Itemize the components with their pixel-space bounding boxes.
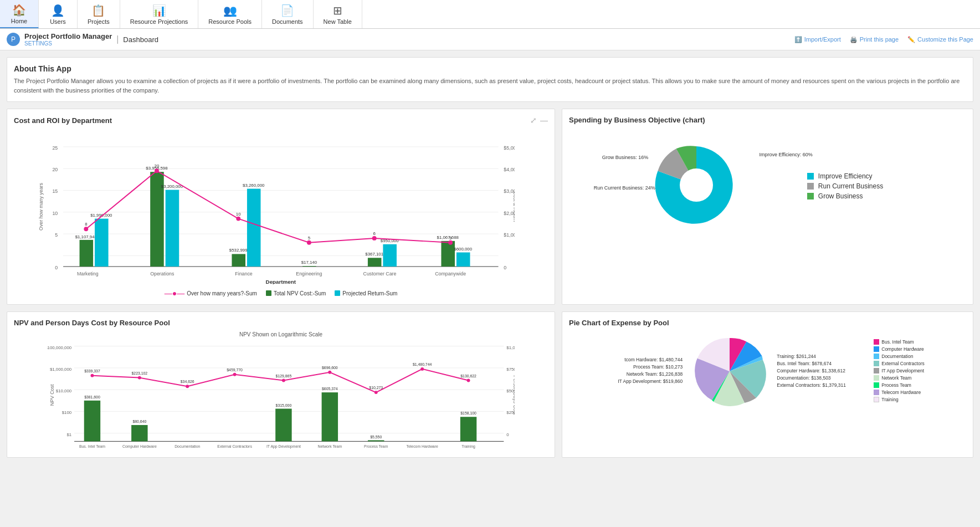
svg-point-47 (84, 227, 88, 231)
svg-rect-42 (441, 241, 455, 267)
svg-rect-21 (95, 219, 109, 267)
breadcrumb-separator: | (116, 34, 119, 44)
svg-point-100 (91, 374, 94, 377)
svg-point-101 (138, 376, 141, 380)
svg-point-107 (420, 367, 424, 371)
svg-text:Department: Department (266, 279, 296, 284)
svg-point-62 (680, 168, 713, 202)
svg-text:IT App Development: IT App Development (266, 444, 301, 449)
improve-efficiency-label: Improve Efficiency: 60% (759, 152, 812, 157)
pie-left-labels: tcom Hardware: $1,480,744 Process Team: … (610, 357, 683, 386)
svg-rect-19 (80, 240, 94, 267)
customize-icon: ✏️ (907, 36, 915, 43)
settings-link[interactable]: SETTINGS (24, 40, 112, 47)
pie-expense-chart: Pie Chart of Expense by Pool tcom Hardwa… (562, 311, 973, 458)
svg-text:$223,102: $223,102 (132, 371, 148, 375)
svg-rect-37 (368, 258, 382, 267)
svg-text:$1,480,744: $1,480,744 (413, 362, 432, 366)
svg-text:$10,273: $10,273 (369, 386, 383, 390)
svg-text:5: 5 (308, 236, 311, 241)
nav-resource-projections[interactable]: 📊 Resource Projections (120, 0, 199, 28)
chart-actions: ⤢ — (530, 116, 548, 125)
svg-text:$696,600: $696,600 (322, 366, 338, 370)
pie-label-telecom: tcom Hardware: $1,480,744 (610, 357, 683, 362)
svg-text:$130,622: $130,622 (460, 374, 476, 378)
svg-text:Training: Training (461, 444, 475, 449)
nav-projects[interactable]: 📋 Projects (78, 0, 120, 28)
svg-point-52 (448, 241, 453, 245)
svg-point-103 (233, 373, 237, 376)
svg-text:Operations: Operations (150, 271, 175, 277)
pie-label-ext-contractors: External Contractors: $1,379,311 (777, 382, 865, 388)
app-name: Project Portfolio Manager (24, 32, 112, 40)
about-section: About This App The Project Portfolio Man… (7, 57, 973, 102)
svg-text:$5,550: $5,550 (370, 435, 382, 439)
pie-expense-title: Pie Chart of Expense by Pool (569, 319, 966, 327)
svg-point-50 (307, 241, 311, 245)
npv-svg-container: $100,000,000 $1,000,000 $10,000 $100 $1 … (14, 340, 548, 451)
about-text: The Project Portfolio Manager allows you… (14, 76, 966, 95)
svg-text:Over how many years: Over how many years (38, 182, 44, 230)
customize-button[interactable]: ✏️ Customize this Page (907, 36, 973, 43)
run-current-label: Run Current Business: 24% (594, 185, 655, 191)
npv-subtitle: NPV Shown on Logarithmic Scale (14, 331, 548, 337)
nav-documents[interactable]: 📄 Documents (262, 0, 314, 28)
svg-text:$605,374: $605,374 (322, 387, 338, 391)
svg-point-49 (236, 217, 240, 221)
svg-point-105 (328, 371, 331, 374)
import-export-button[interactable]: ⬆️ Import/Export (794, 36, 841, 43)
print-icon: 🖨️ (850, 36, 858, 43)
svg-text:Process Team: Process Team (364, 444, 388, 448)
breadcrumb-page: Dashboard (123, 35, 158, 44)
nav-resource-pools[interactable]: 👥 Resource Pools (198, 0, 262, 28)
svg-text:$1,000,000: $1,000,000 (506, 345, 515, 350)
svg-text:Finance: Finance (235, 271, 252, 277)
svg-rect-79 (84, 401, 100, 442)
header-actions: ⬆️ Import/Export 🖨️ Print this page ✏️ C… (794, 36, 973, 43)
svg-rect-82 (131, 425, 147, 441)
svg-text:$3,260,000: $3,260,000 (243, 183, 265, 188)
app-logo: P (7, 33, 20, 46)
expand-icon[interactable]: ⤢ (530, 116, 537, 125)
pie-label-comp-hw: Computer Hardware: $1,338,612 (777, 368, 865, 373)
print-button[interactable]: 🖨️ Print this page (850, 36, 899, 43)
svg-text:Bus. Intel Team: Bus. Intel Team (79, 444, 105, 448)
svg-text:$100: $100 (62, 410, 72, 415)
svg-point-104 (282, 379, 285, 382)
svg-point-51 (372, 236, 377, 241)
svg-text:$339,337: $339,337 (84, 369, 100, 373)
svg-text:0: 0 (506, 432, 509, 437)
svg-rect-97 (460, 417, 476, 441)
svg-text:Documentation: Documentation (175, 444, 200, 448)
pie-label-it: IT App Development: $519,860 (610, 378, 683, 384)
svg-text:$1: $1 (66, 432, 71, 437)
svg-text:5: 5 (449, 236, 452, 241)
svg-rect-29 (232, 254, 245, 267)
bottom-charts-row: NPV and Person Days Cost by Resource Poo… (7, 311, 973, 458)
svg-text:15: 15 (52, 188, 58, 194)
nav-users[interactable]: 👤 Users (39, 0, 78, 28)
svg-text:$80,640: $80,640 (132, 419, 146, 423)
svg-text:10: 10 (236, 212, 241, 217)
pie-right-labels: Training: $261,244 Bus. Intel Team: $678… (777, 354, 865, 390)
svg-text:Marketing: Marketing (77, 271, 99, 277)
svg-text:$459,770: $459,770 (227, 368, 243, 372)
options-icon[interactable]: — (540, 116, 548, 125)
svg-rect-90 (322, 392, 338, 441)
svg-text:$750,000: $750,000 (506, 367, 515, 372)
documents-icon: 📄 (280, 4, 294, 17)
pie-label-process: Process Team: $10,273 (610, 364, 683, 370)
svg-point-106 (374, 391, 378, 394)
nav-new-table[interactable]: ⊞ New Table (314, 0, 362, 28)
nav-home[interactable]: 🏠 Home (0, 0, 39, 28)
projects-icon: 📋 (91, 4, 105, 17)
svg-rect-87 (275, 409, 291, 442)
cost-roi-chart: Cost and ROI by Department ⤢ — (7, 109, 555, 305)
svg-text:20: 20 (52, 167, 58, 172)
pie-expense-svg (691, 332, 768, 410)
svg-rect-44 (456, 252, 470, 267)
svg-text:Network Team: Network Team (317, 444, 342, 448)
svg-text:$100,000,000: $100,000,000 (47, 345, 72, 350)
svg-point-102 (186, 385, 189, 388)
svg-text:5: 5 (55, 232, 58, 238)
